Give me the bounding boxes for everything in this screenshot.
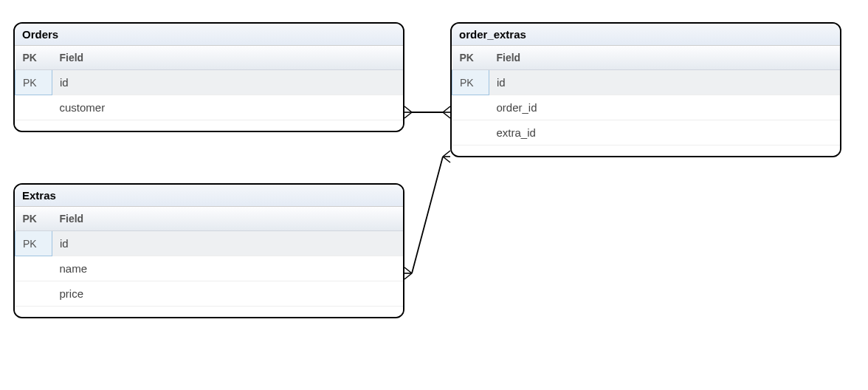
field-cell: customer [52,95,404,120]
svg-line-4 [443,106,450,112]
entity-table: PK Field PK id order_id extra_id [452,46,840,146]
svg-line-7 [404,267,412,273]
column-header-field: Field [489,46,841,70]
column-header-pk: PK [16,46,52,70]
table-row[interactable]: name [16,256,404,281]
entity-table: PK Field PK id customer [15,46,403,120]
entity-footer [15,307,403,317]
entity-extras[interactable]: Extras PK Field PK id name pr [13,183,404,318]
relation-extras-to-order-extras [404,148,464,284]
svg-line-10 [412,157,443,273]
field-cell: id [489,70,841,95]
entity-orders[interactable]: Orders PK Field PK id customer [13,22,404,132]
table-row[interactable]: PK id [16,70,404,95]
column-header-field: Field [52,46,404,70]
table-row[interactable]: extra_id [452,120,841,146]
svg-line-9 [404,273,412,279]
svg-line-11 [443,151,450,157]
pk-cell: PK [16,231,52,256]
entity-footer [452,146,840,156]
entity-footer [15,120,403,131]
pk-cell [16,281,52,307]
svg-line-6 [443,112,450,118]
relation-orders-to-order-extras [404,103,450,133]
column-header-pk: PK [452,46,489,70]
entity-title: Extras [15,185,403,207]
pk-cell [452,120,489,146]
er-diagram-canvas: Orders PK Field PK id customer [0,0,868,390]
pk-cell [452,95,489,120]
pk-cell: PK [16,70,52,95]
table-row[interactable]: order_id [452,95,841,120]
table-row[interactable]: customer [16,95,404,120]
entity-table: PK Field PK id name price [15,207,403,307]
svg-line-0 [404,106,412,112]
table-row[interactable]: PK id [16,231,404,256]
pk-cell [16,95,52,120]
field-cell: id [52,70,404,95]
svg-line-2 [404,112,412,118]
field-cell: price [52,281,404,307]
table-row[interactable]: PK id [452,70,841,95]
field-cell: extra_id [489,120,841,146]
pk-cell [16,256,52,281]
field-cell: order_id [489,95,841,120]
svg-line-13 [443,157,450,162]
field-cell: name [52,256,404,281]
column-header-pk: PK [16,207,52,231]
column-header-field: Field [52,207,404,231]
table-row[interactable]: price [16,281,404,307]
entity-order-extras[interactable]: order_extras PK Field PK id order_id [450,22,841,157]
field-cell: id [52,231,404,256]
entity-title: order_extras [452,24,840,46]
pk-cell: PK [452,70,489,95]
entity-title: Orders [15,24,403,46]
